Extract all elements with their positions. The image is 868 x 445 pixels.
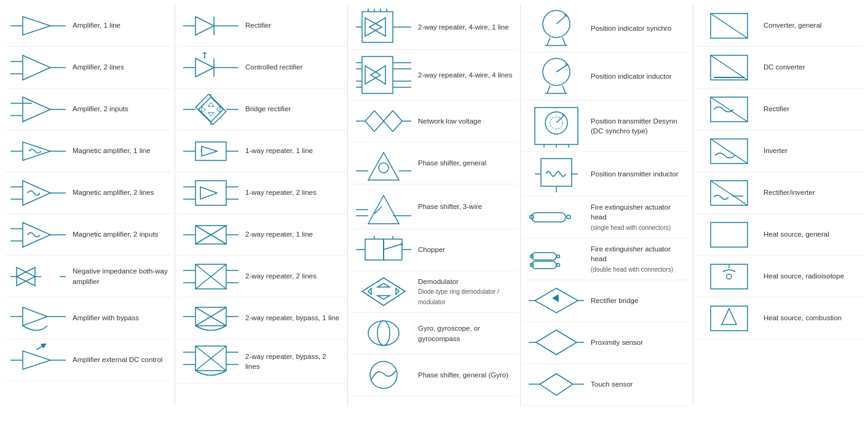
symbol-rect2 — [698, 92, 760, 126]
symbol-proxsensor — [526, 329, 587, 356]
label-touchsensor: Touch sensor — [587, 379, 688, 389]
label-rect2: Rectifier — [760, 104, 861, 114]
symbol-posind — [526, 9, 587, 49]
svg-marker-24 — [17, 267, 35, 286]
label-demod: Demodulator Diode-type ring demodulator … — [414, 277, 515, 306]
symbol-gyro — [353, 317, 414, 350]
svg-line-111 — [365, 111, 374, 121]
svg-line-147 — [547, 37, 550, 45]
symbol-negamp — [7, 261, 69, 292]
list-item: Position transmitter Desynn (DC synchro … — [523, 101, 690, 152]
list-item: Heat source, general — [696, 214, 863, 256]
label-heatcomb: Heat source, combustion — [760, 313, 861, 323]
svg-rect-102 — [362, 57, 393, 93]
svg-line-113 — [384, 111, 393, 121]
svg-line-116 — [374, 121, 384, 132]
label-rep2w2l: 2-way repeater, 2 lines — [242, 271, 342, 281]
svg-marker-57 — [202, 146, 217, 156]
svg-marker-91 — [365, 18, 382, 36]
symbol-touchsensor — [526, 371, 587, 398]
label-heatsrc: Heat source, general — [760, 229, 861, 239]
label-rect: Rectifier — [242, 20, 342, 30]
label-rep1w1l: 1-way repeater, 1 line — [242, 146, 342, 156]
symbol-fireext1 — [526, 203, 587, 231]
svg-marker-103 — [365, 66, 381, 84]
label-amp2: Amplifier, 2 lines — [69, 62, 170, 72]
column-2: Rectifier Controlled rectifier — [175, 5, 348, 406]
label-netlv: Network low voltage — [414, 116, 515, 126]
svg-marker-205 — [722, 309, 736, 325]
label-ampdc: Amplifier external DC control — [69, 355, 170, 364]
svg-marker-53 — [202, 106, 205, 112]
svg-marker-32 — [23, 351, 50, 369]
symbol-rep2wbp1l — [180, 301, 242, 335]
symbol-rectinv — [698, 176, 760, 210]
svg-marker-62 — [200, 187, 217, 199]
column-5: Converter, general DC converter — [693, 5, 866, 406]
symbol-phshift3w — [353, 188, 414, 225]
svg-line-118 — [393, 121, 402, 132]
list-item: Magnetic amplifier, 1 line — [5, 130, 172, 172]
list-item: 1-way repeater, 2 lines — [178, 172, 345, 214]
svg-marker-17 — [23, 181, 50, 205]
list-item: 2-way repeater, bypass, 1 line — [178, 297, 345, 339]
svg-marker-120 — [368, 152, 399, 180]
list-item: Position indicator inductor — [523, 53, 690, 101]
symbol-inverter — [698, 134, 760, 168]
svg-marker-54 — [216, 106, 220, 112]
svg-point-121 — [379, 163, 389, 173]
symbol-rep2wbp2l — [180, 343, 242, 380]
svg-line-148 — [562, 37, 566, 45]
label-rep2w4w1l: 2-way repeater, 4-wire, 1 line — [414, 22, 515, 32]
symbol-postrans — [526, 104, 587, 148]
label-gyro: Gyro, gyroscope, or gyrocompass — [414, 323, 515, 343]
svg-rect-56 — [195, 142, 226, 160]
svg-marker-25 — [17, 267, 35, 286]
list-item: Controlled rectifier — [178, 47, 345, 89]
svg-point-176 — [557, 264, 560, 267]
svg-line-196 — [711, 139, 748, 163]
label-inverter: Inverter — [760, 146, 861, 156]
symbol-rep1w2l — [180, 178, 242, 208]
symbol-magamp2in — [7, 219, 69, 250]
label-posind: Position indicator synchro — [587, 23, 688, 33]
svg-marker-52 — [208, 112, 214, 116]
svg-marker-21 — [23, 222, 50, 247]
label-amp1: Amplifier, 1 line — [69, 20, 170, 30]
label-bridge: Bridge rectifier — [242, 104, 342, 114]
list-item: 1-way repeater, 1 line — [178, 130, 345, 172]
list-item: DC converter — [696, 47, 863, 89]
label-phshiftgyro: Phase shifter, general (Gyro) — [414, 370, 515, 380]
list-item: Touch sensor — [523, 364, 690, 406]
svg-rect-171 — [532, 253, 556, 260]
svg-marker-178 — [552, 294, 558, 302]
list-item: Rectifier/inverter — [696, 172, 863, 214]
list-item: Position indicator synchro — [523, 5, 690, 53]
svg-marker-104 — [371, 66, 385, 84]
symbol-heatrad — [698, 259, 760, 293]
svg-marker-40 — [195, 58, 214, 77]
symbol-magamp2 — [7, 178, 69, 208]
svg-marker-9 — [23, 97, 50, 122]
main-page: Amplifier, 1 line Amplifier, 2 lines — [0, 0, 868, 411]
symbol-ampdc — [7, 345, 69, 376]
list-item: Negative impedance both-way amplifier — [5, 256, 172, 297]
svg-line-145 — [556, 16, 566, 24]
label-rep2w1l: 2-way repeater, 1 line — [242, 229, 342, 239]
svg-marker-44 — [202, 52, 208, 53]
symbol-ampbypass — [7, 301, 69, 335]
label-magamp2: Magnetic amplifier, 2 lines — [69, 187, 170, 197]
label-crect: Controlled rectifier — [242, 62, 342, 72]
svg-point-141 — [368, 321, 399, 345]
svg-rect-168 — [532, 213, 566, 222]
list-item: Network low voltage — [350, 101, 518, 143]
symbol-rep2w2l — [180, 261, 242, 292]
list-item: Amplifier external DC control — [5, 339, 172, 381]
symbol-crect — [180, 52, 242, 83]
list-item: Phase shifter, 3-wire — [350, 184, 518, 229]
svg-line-153 — [547, 85, 550, 93]
svg-line-114 — [393, 111, 402, 121]
label-rep1w2l: 1-way repeater, 2 lines — [242, 187, 342, 197]
label-ampbypass: Amplifier with bypass — [69, 313, 170, 323]
svg-line-154 — [562, 85, 566, 93]
